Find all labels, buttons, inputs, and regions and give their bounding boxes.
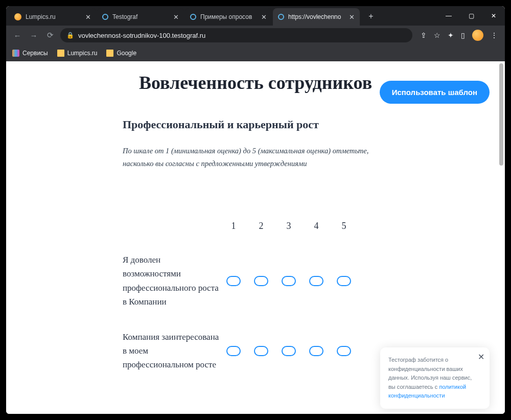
close-window-button[interactable]: ✕	[482, 8, 505, 24]
share-icon[interactable]: ⇪	[421, 31, 427, 39]
close-icon[interactable]: ✕	[261, 13, 267, 21]
star-icon[interactable]: ☆	[434, 31, 440, 39]
use-template-button[interactable]: Использовать шаблон	[380, 81, 490, 104]
profile-avatar[interactable]	[472, 30, 483, 41]
maximize-button[interactable]: ▢	[460, 8, 482, 24]
page-viewport: Вовлеченность сотрудников Использовать ш…	[6, 61, 505, 414]
folder-icon	[57, 50, 64, 57]
matrix-row-label: Компания заинтересована в моем профессио…	[123, 330, 220, 372]
radio-option[interactable]	[226, 346, 241, 356]
radio-option[interactable]	[309, 276, 323, 286]
favicon-icon	[14, 13, 21, 20]
address-bar-row: ← → ⟳ 🔒 vovlechennost-sotrudnikov-100.te…	[6, 26, 505, 45]
lock-icon: 🔒	[66, 32, 74, 39]
close-icon[interactable]: ✕	[173, 13, 179, 21]
section-title: Профессиональный и карьерный рост	[123, 118, 388, 131]
tab-label: Testograf	[112, 13, 169, 20]
tab-lumpics[interactable]: Lumpics.ru ✕	[9, 8, 96, 26]
tab-label: Примеры опросов	[200, 13, 257, 20]
bookmark-label: Lumpics.ru	[67, 50, 98, 57]
bookmarks-bar: Сервисы Lumpics.ru Google	[6, 45, 505, 61]
url-text: vovlechennost-sotrudnikov-100.testograf.…	[78, 32, 205, 39]
page-title: Вовлеченность сотрудников	[139, 72, 372, 95]
bookmark-google[interactable]: Google	[106, 50, 136, 57]
close-icon[interactable]: ✕	[349, 13, 355, 21]
radio-option[interactable]	[337, 276, 351, 286]
favicon-icon	[102, 14, 108, 20]
bookmark-label: Google	[117, 50, 136, 57]
tab-examples[interactable]: Примеры опросов ✕	[185, 8, 272, 26]
forward-button[interactable]: →	[28, 31, 40, 40]
scale-header: 4	[303, 221, 330, 231]
favicon-icon	[190, 14, 196, 20]
radio-option[interactable]	[254, 346, 268, 356]
section-instruction: По шкале от 1 (минимальная оценка) до 5 …	[123, 145, 388, 170]
tab-label: Lumpics.ru	[26, 13, 81, 20]
scale-header: 2	[247, 221, 275, 231]
tab-strip: Lumpics.ru ✕ Testograf ✕ Примеры опросов…	[6, 6, 505, 26]
scale-header: 5	[330, 221, 358, 231]
minimize-button[interactable]: ―	[437, 8, 460, 24]
address-bar[interactable]: 🔒 vovlechennost-sotrudnikov-100.testogra…	[60, 28, 412, 42]
bookmark-services[interactable]: Сервисы	[12, 50, 48, 57]
new-tab-button[interactable]: +	[364, 9, 378, 24]
folder-icon	[106, 50, 113, 57]
radio-option[interactable]	[337, 346, 351, 356]
close-icon[interactable]: ✕	[85, 13, 91, 21]
back-button[interactable]: ←	[11, 31, 24, 40]
radio-option[interactable]	[254, 276, 268, 286]
apps-icon	[12, 50, 19, 57]
menu-icon[interactable]: ⋮	[491, 31, 498, 39]
reload-button[interactable]: ⟳	[44, 31, 56, 40]
radio-option[interactable]	[282, 276, 296, 286]
extensions-icon[interactable]: ✦	[448, 31, 454, 39]
radio-option[interactable]	[226, 276, 241, 286]
panel-icon[interactable]: ▯	[461, 31, 465, 39]
radio-option[interactable]	[282, 346, 296, 356]
scale-header: 3	[275, 221, 303, 231]
favicon-icon	[278, 14, 284, 20]
cookie-notice: ✕ Тестограф заботится о конфиденциальнос…	[380, 347, 490, 409]
tab-current[interactable]: https://vovlechenno ✕	[273, 8, 360, 26]
tab-label: https://vovlechenno	[288, 13, 345, 20]
tab-testograf[interactable]: Testograf ✕	[97, 8, 184, 26]
matrix-row-label: Я доволен возможностями профессиональног…	[123, 253, 220, 309]
bookmark-label: Сервисы	[22, 50, 48, 57]
radio-option[interactable]	[309, 346, 323, 356]
scale-header: 1	[220, 221, 247, 231]
bookmark-lumpics[interactable]: Lumpics.ru	[57, 50, 98, 57]
rating-matrix: 1 2 3 4 5 Я доволен возможностями профес…	[123, 221, 388, 371]
close-icon[interactable]: ✕	[478, 351, 484, 364]
